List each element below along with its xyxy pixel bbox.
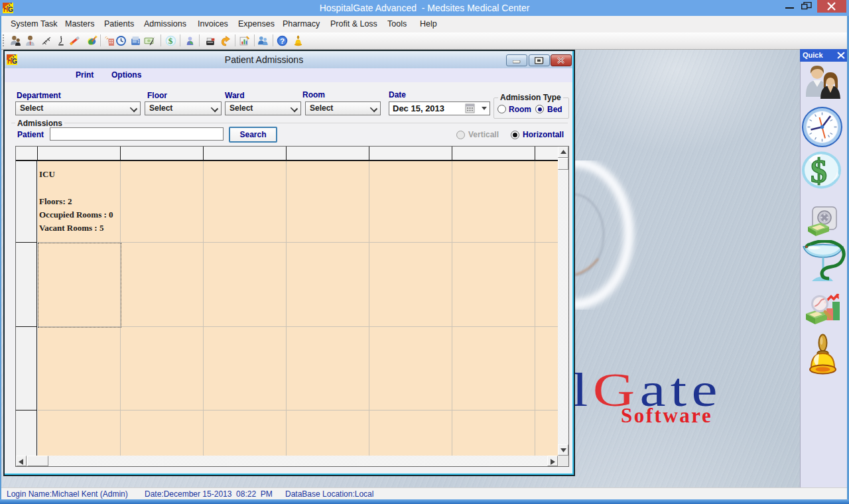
svg-text:$: $ xyxy=(811,153,827,189)
svg-text:$: $ xyxy=(168,36,173,46)
svg-text:?: ? xyxy=(280,36,285,45)
